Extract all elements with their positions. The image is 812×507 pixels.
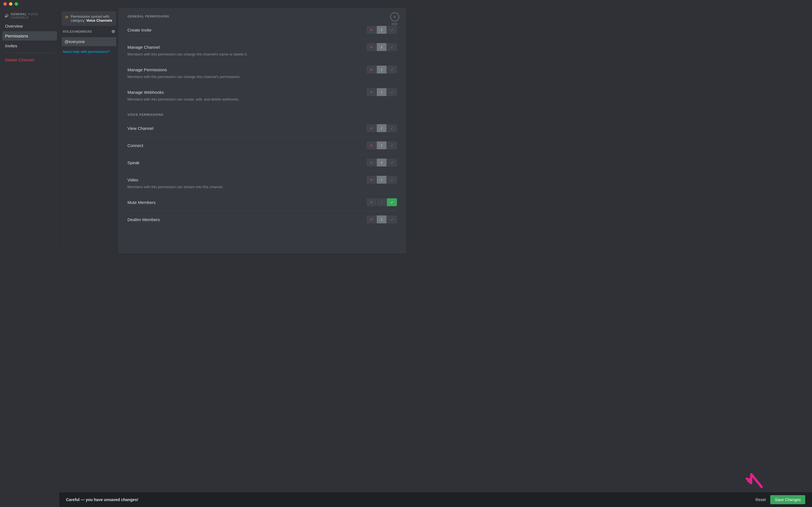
permission-row-manage-channel: Manage Channel ✕ / ✓ Members with this p…	[128, 39, 397, 61]
deny-mute-members[interactable]: ✕	[366, 198, 377, 206]
middle-panel: ⟳ Permissions synced with category: Voic…	[59, 8, 118, 253]
allow-manage-permissions[interactable]: ✓	[387, 66, 397, 73]
volume-icon: 🔊	[4, 14, 9, 18]
sidebar: 🔊 GENERAL VOICE CHANNELS Overview Permis…	[0, 8, 59, 253]
permission-top: Deafen Members ✕ / ✓	[128, 216, 397, 223]
sidebar-category: 🔊 GENERAL VOICE CHANNELS	[2, 12, 57, 21]
permission-desc: Members with this permission can stream …	[128, 185, 397, 189]
permission-row-manage-webhooks: Manage Webhooks ✕ / ✓ Members with this …	[128, 83, 397, 106]
allow-manage-webhooks[interactable]: ✓	[387, 88, 397, 96]
permission-row-manage-permissions: Manage Permissions ✕ / ✓ Members with th…	[128, 61, 397, 83]
permission-top: Create Invite ✕ / ✓	[128, 26, 397, 34]
toggle-group-connect: ✕ / ✓	[366, 142, 397, 149]
toggle-group-manage-webhooks: ✕ / ✓	[366, 88, 397, 96]
allow-manage-channel[interactable]: ✓	[387, 43, 397, 51]
sidebar-item-invites[interactable]: Invites	[2, 41, 57, 50]
sidebar-item-permissions[interactable]: Permissions	[2, 31, 57, 41]
allow-connect[interactable]: ✓	[387, 142, 397, 149]
neutral-manage-permissions[interactable]: /	[377, 66, 387, 73]
titlebar	[0, 0, 406, 8]
neutral-video[interactable]: /	[377, 176, 387, 184]
neutral-manage-channel[interactable]: /	[377, 43, 387, 51]
deny-manage-webhooks[interactable]: ✕	[366, 88, 377, 96]
permission-desc: Members with this permission can change …	[128, 52, 397, 56]
voice-section: VOICE PERMISSIONS View Channel ✕ / ✓ Con…	[128, 113, 397, 228]
deny-view-channel[interactable]: ✕	[366, 124, 377, 132]
sidebar-item-delete-channel[interactable]: Delete Channel	[2, 55, 57, 64]
permission-name: Manage Webhooks	[128, 90, 164, 95]
deny-deafen-members[interactable]: ✕	[366, 216, 377, 223]
maximize-button[interactable]	[15, 2, 18, 6]
permission-name: Mute Members	[128, 200, 156, 205]
permission-name: Manage Channel	[128, 45, 160, 50]
permission-row-connect: Connect ✕ / ✓	[128, 137, 397, 154]
allow-speak[interactable]: ✓	[387, 159, 397, 166]
sidebar-divider	[4, 53, 55, 53]
permission-desc: Members with this permission can change …	[128, 75, 397, 79]
role-everyone[interactable]: @everyone	[62, 37, 116, 46]
neutral-speak[interactable]: /	[377, 159, 387, 166]
allow-mute-members[interactable]: ✓	[387, 198, 397, 206]
neutral-manage-webhooks[interactable]: /	[377, 88, 387, 96]
deny-speak[interactable]: ✕	[366, 159, 377, 166]
bottom-spacer	[128, 228, 397, 245]
permission-top: Speak ✕ / ✓	[128, 159, 397, 166]
permission-row-speak: Speak ✕ / ✓	[128, 154, 397, 171]
neutral-view-channel[interactable]: /	[377, 124, 387, 132]
neutral-deafen-members[interactable]: /	[377, 216, 387, 223]
permission-top: Manage Channel ✕ / ✓	[128, 43, 397, 51]
toggle-group-manage-channel: ✕ / ✓	[366, 43, 397, 51]
add-role-button[interactable]: ⊕	[111, 29, 115, 34]
permission-row-mute-members: Mute Members ✕ / ✓	[128, 194, 397, 211]
neutral-create-invite[interactable]: /	[377, 26, 387, 34]
neutral-connect[interactable]: /	[377, 142, 387, 149]
allow-deafen-members[interactable]: ✓	[387, 216, 397, 223]
permission-name: Create Invite	[128, 27, 151, 33]
toggle-group-speak: ✕ / ✓	[366, 159, 397, 166]
toggle-group-deafen-members: ✕ / ✓	[366, 216, 397, 223]
close-button[interactable]	[3, 2, 7, 6]
allow-video[interactable]: ✓	[387, 176, 397, 184]
toggle-group-mute-members: ✕ / ✓	[366, 198, 397, 206]
sidebar-item-overview[interactable]: Overview	[2, 21, 57, 31]
esc-label: ESC	[392, 22, 398, 25]
voice-permissions-header: VOICE PERMISSIONS	[128, 113, 397, 116]
permission-top: Connect ✕ / ✓	[128, 142, 397, 149]
sync-banner: ⟳ Permissions synced with category: Voic…	[62, 11, 116, 26]
permission-top: Video ✕ / ✓	[128, 176, 397, 184]
minimize-button[interactable]	[9, 2, 12, 6]
allow-view-channel[interactable]: ✓	[387, 124, 397, 132]
esc-circle-icon[interactable]: ✕	[390, 12, 399, 21]
permission-desc: Members with this permission can create,…	[128, 97, 397, 101]
permission-name: Video	[128, 177, 138, 182]
main-content: ✕ ESC GENERAL PERMISSIONS Create Invite …	[118, 8, 406, 253]
roles-header: ROLES/MEMBERS ⊕	[62, 29, 116, 34]
permission-name: Deafen Members	[128, 217, 160, 222]
allow-create-invite[interactable]: ✓	[387, 26, 397, 34]
permission-name: View Channel	[128, 126, 153, 131]
deny-create-invite[interactable]: ✕	[366, 26, 377, 34]
permission-top: View Channel ✕ / ✓	[128, 124, 397, 132]
permission-name: Speak	[128, 160, 140, 165]
esc-button[interactable]: ✕ ESC	[390, 12, 399, 25]
deny-video[interactable]: ✕	[366, 176, 377, 184]
permission-top: Mute Members ✕ / ✓	[128, 198, 397, 206]
permission-row-video: Video ✕ / ✓ Members with this permission…	[128, 171, 397, 194]
neutral-mute-members[interactable]: /	[377, 198, 387, 206]
permission-row-deafen-members: Deafen Members ✕ / ✓	[128, 211, 397, 228]
toggle-group-view-channel: ✕ / ✓	[366, 124, 397, 132]
permission-name: Manage Permissions	[128, 67, 167, 72]
permission-top: Manage Webhooks ✕ / ✓	[128, 88, 397, 96]
toggle-group-manage-permissions: ✕ / ✓	[366, 66, 397, 73]
app-container: 🔊 GENERAL VOICE CHANNELS Overview Permis…	[0, 8, 406, 253]
deny-manage-channel[interactable]: ✕	[366, 43, 377, 51]
deny-connect[interactable]: ✕	[366, 142, 377, 149]
permission-row-create-invite: Create Invite ✕ / ✓	[128, 21, 397, 39]
deny-manage-permissions[interactable]: ✕	[366, 66, 377, 73]
sidebar-category-label: GENERAL VOICE CHANNELS	[11, 12, 55, 19]
toggle-group-video: ✕ / ✓	[366, 176, 397, 184]
permission-name: Connect	[128, 143, 143, 148]
permission-top: Manage Permissions ✕ / ✓	[128, 66, 397, 73]
help-permissions-link[interactable]: Need help with permissions?	[62, 50, 116, 54]
general-permissions-header: GENERAL PERMISSIONS	[128, 15, 397, 18]
